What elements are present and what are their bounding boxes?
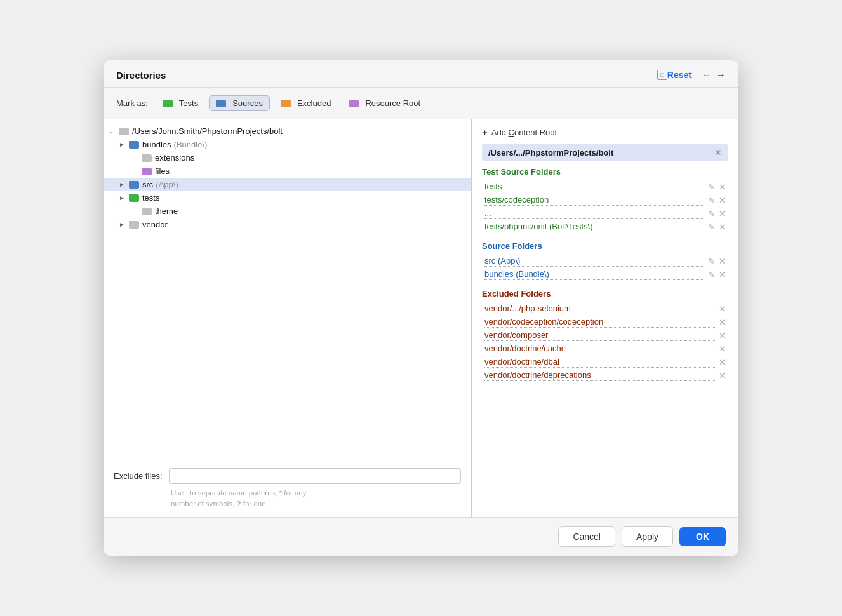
ellipsis-edit-icon[interactable]: ✎ bbox=[708, 209, 715, 218]
vendor-label: vendor bbox=[142, 220, 168, 229]
exclude-hint: Use ; to separate name patterns, * for a… bbox=[114, 488, 461, 510]
ok-button[interactable]: OK bbox=[679, 527, 726, 546]
source-folder-bundles-name: bundles (Bundle\) bbox=[484, 269, 704, 280]
tree-root[interactable]: ⌄ /Users/John.Smith/PhpstormProjects/bol… bbox=[104, 124, 471, 138]
source-folder-src-actions: ✎ ✕ bbox=[708, 257, 726, 266]
mark-resource-root-label: Resource Root bbox=[365, 98, 420, 108]
doctrine-cache-remove-btn[interactable]: ✕ bbox=[719, 344, 726, 354]
test-source-section-title: Test Source Folders bbox=[482, 167, 728, 177]
tree-item-tests[interactable]: ► tests bbox=[104, 191, 471, 204]
left-panel: ⌄ /Users/John.Smith/PhpstormProjects/bol… bbox=[104, 119, 472, 517]
tree-item-extensions[interactable]: extensions bbox=[104, 151, 471, 164]
excluded-folder-doctrine-deprecations-actions: ✕ bbox=[719, 371, 726, 380]
doctrine-deprecations-remove-btn[interactable]: ✕ bbox=[719, 371, 726, 380]
tree-item-bundles[interactable]: ► bundles (Bundle\) bbox=[104, 138, 471, 151]
test-folder-codeception-actions: ✎ ✕ bbox=[708, 196, 726, 205]
add-content-root-btn[interactable]: + Add Content Root bbox=[482, 127, 728, 138]
nav-arrows: ← → bbox=[702, 69, 726, 81]
tree-item-files[interactable]: files bbox=[104, 164, 471, 178]
excluded-folder-codeception-actions: ✕ bbox=[719, 318, 726, 327]
collapse-icon[interactable]: □ bbox=[657, 70, 667, 80]
codeception-remove-btn[interactable]: ✕ bbox=[719, 196, 726, 205]
forward-arrow[interactable]: → bbox=[716, 69, 726, 81]
mark-tests-button[interactable]: Tests bbox=[156, 95, 205, 111]
mark-as-bar: Mark as: Tests Sources Excluded Resource… bbox=[104, 88, 738, 119]
root-folder-icon bbox=[119, 128, 129, 135]
src-sub: (App\) bbox=[156, 180, 178, 189]
dialog-title: Directories bbox=[116, 70, 657, 81]
plus-icon: + bbox=[482, 127, 488, 138]
phpunit-edit-icon[interactable]: ✎ bbox=[708, 222, 715, 232]
bundles-edit-icon[interactable]: ✎ bbox=[708, 270, 715, 279]
test-folder-ellipsis-actions: ✎ ✕ bbox=[708, 209, 726, 218]
excluded-folder-doctrine-cache: vendor/doctrine/cache ✕ bbox=[482, 342, 728, 356]
right-content: + Add Content Root /Users/.../PhpstormPr… bbox=[472, 119, 738, 517]
excluded-folder-doctrine-deprecations-name: vendor/doctrine/deprecations bbox=[484, 370, 715, 381]
test-folder-ellipsis: ... ✎ ✕ bbox=[482, 207, 728, 220]
apply-button[interactable]: Apply bbox=[622, 526, 673, 547]
tree-item-vendor[interactable]: ► vendor bbox=[104, 218, 471, 231]
back-arrow[interactable]: ← bbox=[702, 69, 712, 81]
composer-remove-btn[interactable]: ✕ bbox=[719, 331, 726, 340]
ellipsis-remove-btn[interactable]: ✕ bbox=[719, 209, 726, 218]
bundles-arrow: ► bbox=[119, 141, 129, 148]
extensions-label: extensions bbox=[155, 153, 194, 163]
source-folder-bundles-actions: ✎ ✕ bbox=[708, 270, 726, 279]
mark-resource-root-button[interactable]: Resource Root bbox=[342, 95, 427, 111]
right-panel: + Add Content Root /Users/.../PhpstormPr… bbox=[472, 119, 738, 517]
files-folder-icon bbox=[142, 168, 152, 175]
excluded-codeception-remove-btn[interactable]: ✕ bbox=[719, 318, 726, 327]
tests-edit-icon[interactable]: ✎ bbox=[708, 182, 715, 192]
resource-root-folder-icon bbox=[349, 100, 359, 107]
theme-label: theme bbox=[155, 206, 178, 216]
src-label: src bbox=[142, 180, 153, 189]
cancel-button[interactable]: Cancel bbox=[558, 526, 615, 547]
source-section-title: Source Folders bbox=[482, 241, 728, 251]
test-folder-tests: tests ✎ ✕ bbox=[482, 180, 728, 194]
tree-item-theme[interactable]: theme bbox=[104, 204, 471, 218]
src-remove-btn[interactable]: ✕ bbox=[719, 257, 726, 266]
phpunit-remove-btn[interactable]: ✕ bbox=[719, 222, 726, 232]
content-root-path: /Users/.../PhpstormProjects/bolt bbox=[488, 148, 613, 157]
excluded-folder-composer-name: vendor/composer bbox=[484, 330, 715, 341]
bundles-remove-btn[interactable]: ✕ bbox=[719, 270, 726, 279]
excluded-folder-doctrine-deprecations: vendor/doctrine/deprecations ✕ bbox=[482, 369, 728, 382]
tree-item-src[interactable]: ► src (App\) bbox=[104, 178, 471, 191]
reset-button[interactable]: Reset bbox=[667, 70, 692, 80]
src-edit-icon[interactable]: ✎ bbox=[708, 257, 715, 266]
content-root-header: /Users/.../PhpstormProjects/bolt ✕ bbox=[482, 144, 728, 161]
main-content: ⌄ /Users/John.Smith/PhpstormProjects/bol… bbox=[104, 119, 738, 517]
excluded-folder-php-selenium-actions: ✕ bbox=[719, 304, 726, 314]
excluded-folder-composer: vendor/composer ✕ bbox=[482, 329, 728, 342]
exclude-label: Exclude files: bbox=[114, 471, 163, 481]
mark-sources-label: Sources bbox=[232, 98, 263, 108]
tests-remove-btn[interactable]: ✕ bbox=[719, 182, 726, 192]
content-root-close-btn[interactable]: ✕ bbox=[714, 147, 722, 157]
test-folder-phpunit: tests/phpunit/unit (Bolt\Tests\) ✎ ✕ bbox=[482, 220, 728, 234]
mark-excluded-button[interactable]: Excluded bbox=[274, 95, 338, 111]
files-label: files bbox=[155, 166, 170, 176]
mark-as-label: Mark as: bbox=[116, 98, 148, 108]
tests-label: tests bbox=[142, 193, 159, 203]
bundles-sub: (Bundle\) bbox=[174, 140, 208, 149]
doctrine-dbal-remove-btn[interactable]: ✕ bbox=[719, 358, 726, 367]
exclude-input[interactable] bbox=[169, 468, 461, 484]
excluded-folder-composer-actions: ✕ bbox=[719, 331, 726, 340]
excluded-folder-icon bbox=[281, 100, 291, 107]
source-folder-src: src (App\) ✎ ✕ bbox=[482, 255, 728, 268]
codeception-edit-icon[interactable]: ✎ bbox=[708, 196, 715, 205]
vendor-folder-icon bbox=[129, 221, 139, 229]
mark-tests-label: Tests bbox=[179, 98, 198, 108]
test-folder-ellipsis-name: ... bbox=[484, 208, 704, 219]
root-arrow: ⌄ bbox=[109, 128, 119, 135]
php-selenium-remove-btn[interactable]: ✕ bbox=[719, 304, 726, 314]
tests-folder-icon bbox=[163, 100, 173, 107]
excluded-folder-doctrine-cache-name: vendor/doctrine/cache bbox=[484, 344, 715, 354]
excluded-folder-codeception-name: vendor/codeception/codeception bbox=[484, 317, 715, 328]
mark-sources-button[interactable]: Sources bbox=[209, 95, 270, 111]
excluded-folder-php-selenium: vendor/.../php-selenium ✕ bbox=[482, 302, 728, 316]
bundles-label: bundles bbox=[142, 140, 171, 149]
excluded-folder-php-selenium-name: vendor/.../php-selenium bbox=[484, 304, 715, 314]
tests-arrow: ► bbox=[119, 194, 129, 201]
test-folder-codeception-name: tests/codeception bbox=[484, 195, 704, 206]
